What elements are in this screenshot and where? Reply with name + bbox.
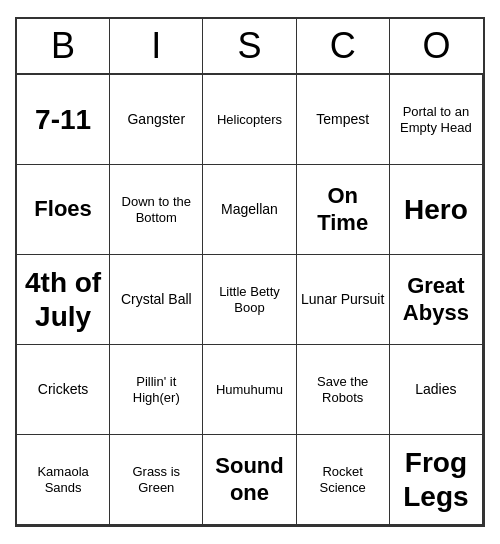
header-letter-o: O bbox=[390, 19, 483, 73]
cell-r2-c0: 4th of July bbox=[17, 255, 110, 345]
cell-r2-c1: Crystal Ball bbox=[110, 255, 203, 345]
cell-r3-c2: Humuhumu bbox=[203, 345, 296, 435]
header-row: BISCO bbox=[17, 19, 483, 75]
cell-r0-c2: Helicopters bbox=[203, 75, 296, 165]
cell-r3-c1: Pillin' it High(er) bbox=[110, 345, 203, 435]
cell-r3-c4: Ladies bbox=[390, 345, 483, 435]
cell-r0-c4: Portal to an Empty Head bbox=[390, 75, 483, 165]
cell-r1-c2: Magellan bbox=[203, 165, 296, 255]
cell-r4-c4: Frog Legs bbox=[390, 435, 483, 525]
cell-r1-c0: Floes bbox=[17, 165, 110, 255]
cell-r1-c3: On Time bbox=[297, 165, 390, 255]
cell-r4-c3: Rocket Science bbox=[297, 435, 390, 525]
cell-r0-c1: Gangster bbox=[110, 75, 203, 165]
cell-r3-c0: Crickets bbox=[17, 345, 110, 435]
cell-r4-c2: Sound one bbox=[203, 435, 296, 525]
cell-r3-c3: Save the Robots bbox=[297, 345, 390, 435]
cell-r2-c3: Lunar Pursuit bbox=[297, 255, 390, 345]
cell-r2-c4: Great Abyss bbox=[390, 255, 483, 345]
header-letter-b: B bbox=[17, 19, 110, 73]
cell-r4-c0: Kamaola Sands bbox=[17, 435, 110, 525]
cell-r0-c3: Tempest bbox=[297, 75, 390, 165]
cell-r4-c1: Grass is Green bbox=[110, 435, 203, 525]
cell-r2-c2: Little Betty Boop bbox=[203, 255, 296, 345]
cell-r1-c1: Down to the Bottom bbox=[110, 165, 203, 255]
bingo-card: BISCO 7-11GangsterHelicoptersTempestPort… bbox=[15, 17, 485, 527]
cell-r1-c4: Hero bbox=[390, 165, 483, 255]
header-letter-s: S bbox=[203, 19, 296, 73]
header-letter-c: C bbox=[297, 19, 390, 73]
header-letter-i: I bbox=[110, 19, 203, 73]
cell-r0-c0: 7-11 bbox=[17, 75, 110, 165]
bingo-grid: 7-11GangsterHelicoptersTempestPortal to … bbox=[17, 75, 483, 525]
